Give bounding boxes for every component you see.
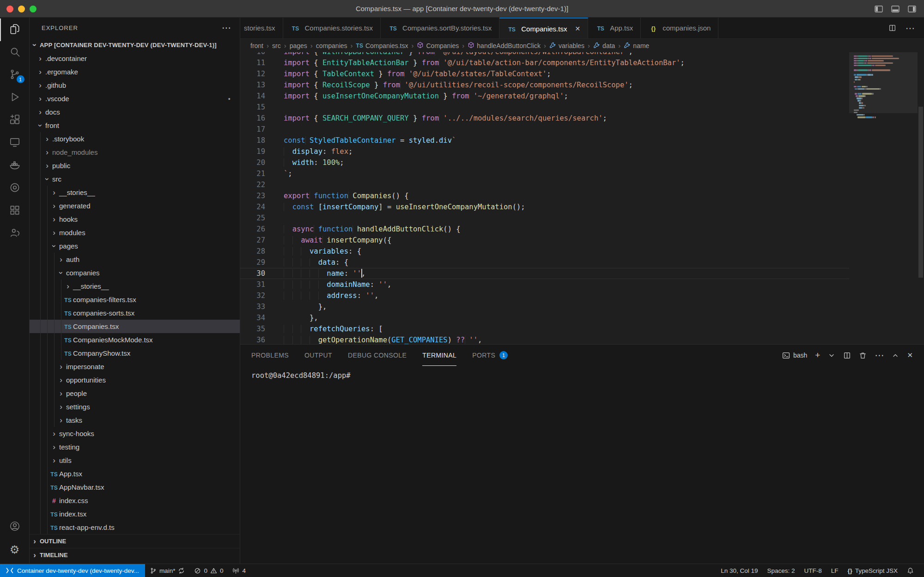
- tree-item-index-css[interactable]: #index.css: [30, 494, 240, 507]
- tree-item-public[interactable]: ›public: [30, 159, 240, 172]
- tree-item-stories[interactable]: ›__stories__: [30, 186, 240, 199]
- panel-tab-debug-console[interactable]: DEBUG CONSOLE: [348, 345, 407, 366]
- close-window-button[interactable]: [6, 6, 13, 12]
- editor-tab-companies-sortby-stories-tsx[interactable]: TSCompanies.sortBy.stories.tsx: [381, 18, 499, 38]
- ports-status[interactable]: 4: [228, 564, 250, 577]
- code-line-24[interactable]: 24 const [insertCompany] = useInsertOneC…: [240, 201, 849, 213]
- tree-item-node-modules[interactable]: ›node_modules: [30, 146, 240, 159]
- tree-item-companies-tsx[interactable]: TSCompanies.tsx: [30, 320, 240, 333]
- toggle-panel-button[interactable]: [891, 4, 900, 13]
- code-line-33[interactable]: 33 },: [240, 301, 849, 312]
- tree-item-tasks[interactable]: ›tasks: [30, 413, 240, 427]
- tree-item-storybook[interactable]: ›.storybook: [30, 132, 240, 146]
- breadcrumb-pages[interactable]: pages: [290, 42, 307, 49]
- close-panel-button[interactable]: ✕: [907, 351, 913, 359]
- panel-tab-ports[interactable]: PORTS1: [472, 345, 508, 366]
- tree-item-testing[interactable]: ›testing: [30, 440, 240, 454]
- minimize-window-button[interactable]: [18, 6, 25, 12]
- code-line-12[interactable]: 12import { TableContext } from '@/ui/tab…: [240, 68, 849, 79]
- tree-item-hooks[interactable]: ›hooks: [30, 213, 240, 226]
- encoding-status[interactable]: UTF-8: [800, 567, 827, 574]
- editor-tab-companies-stories-tsx[interactable]: TSCompanies.stories.tsx: [283, 18, 381, 38]
- code-line-29[interactable]: 29 data: {: [240, 257, 849, 268]
- code-line-10[interactable]: 10import { WithTopBarContainer } from '@…: [240, 52, 849, 57]
- breadcrumb-name[interactable]: name: [624, 42, 649, 50]
- activity-remote-explorer-button[interactable]: [0, 132, 30, 154]
- language-mode-status[interactable]: {} TypeScript JSX: [843, 567, 902, 574]
- code-line-32[interactable]: 32 address: '',: [240, 290, 849, 301]
- tree-item-companies-sorts-tsx[interactable]: TScompanies-sorts.tsx: [30, 306, 240, 320]
- activity-accounts-button[interactable]: [0, 516, 30, 538]
- eol-status[interactable]: LF: [827, 567, 843, 574]
- tree-item-companyshow-tsx[interactable]: TSCompanyShow.tsx: [30, 346, 240, 360]
- tree-item-people[interactable]: ›people: [30, 387, 240, 400]
- code-editor[interactable]: 10import { WithTopBarContainer } from '@…: [240, 52, 849, 344]
- editor-tab-companies-tsx[interactable]: TSCompanies.tsx✕: [499, 18, 588, 39]
- tree-item-index-tsx[interactable]: TSindex.tsx: [30, 507, 240, 521]
- activity-run-and-debug-button[interactable]: [0, 86, 30, 109]
- shell-selector[interactable]: bash: [782, 352, 807, 359]
- tree-item-modules[interactable]: ›modules: [30, 226, 240, 239]
- tree-item-companies[interactable]: ›companies: [30, 266, 240, 279]
- panel-tab-problems[interactable]: PROBLEMS: [251, 345, 289, 366]
- editor-tab-stories-tsx[interactable]: stories.tsx: [240, 18, 283, 38]
- cursor-position-status[interactable]: Ln 30, Col 19: [716, 567, 762, 574]
- editor-scrollbar[interactable]: [918, 52, 924, 344]
- kill-terminal-button[interactable]: [859, 352, 867, 359]
- activity-live-share-button[interactable]: [0, 222, 30, 245]
- activity-explorer-button[interactable]: [0, 18, 30, 41]
- tree-item-ergomake[interactable]: ›.ergomake: [30, 65, 240, 79]
- code-line-14[interactable]: 14import { useInsertOneCompanyMutation }…: [240, 91, 849, 102]
- remote-indicator[interactable]: Container dev-twenty-dev (dev-twenty-dev…: [0, 564, 145, 577]
- code-line-18[interactable]: 18const StyledTableContainer = styled.di…: [240, 135, 849, 146]
- tree-item-devcontainer[interactable]: ›.devcontainer: [30, 52, 240, 65]
- code-line-17[interactable]: 17: [240, 124, 849, 135]
- tree-item-stories[interactable]: ›__stories__: [30, 279, 240, 293]
- code-line-25[interactable]: 25: [240, 213, 849, 224]
- code-line-34[interactable]: 34 },: [240, 312, 849, 323]
- sidebar-section-timeline[interactable]: ›TIMELINE: [30, 548, 240, 562]
- scrollbar-thumb[interactable]: [918, 107, 923, 278]
- breadcrumb-front[interactable]: front: [250, 42, 263, 49]
- breadcrumb-handleaddbuttonclick[interactable]: handleAddButtonClick: [468, 42, 541, 50]
- code-line-16[interactable]: 16import { SEARCH_COMPANY_QUERY } from '…: [240, 113, 849, 124]
- code-line-26[interactable]: 26 async function handleAddButtonClick()…: [240, 224, 849, 235]
- code-line-28[interactable]: 28 variables: {: [240, 246, 849, 257]
- tree-item-pages[interactable]: ›pages: [30, 239, 240, 253]
- code-line-20[interactable]: 20 width: 100%;: [240, 157, 849, 168]
- code-line-22[interactable]: 22: [240, 179, 849, 190]
- tree-item-auth[interactable]: ›auth: [30, 253, 240, 266]
- minimap[interactable]: [849, 52, 918, 344]
- tree-item-sync-hooks[interactable]: ›sync-hooks: [30, 427, 240, 440]
- tree-item-opportunities[interactable]: ›opportunities: [30, 373, 240, 387]
- split-terminal-button[interactable]: [843, 352, 851, 359]
- maximize-panel-button[interactable]: [892, 352, 899, 359]
- activity-manage-button[interactable]: ⚙: [0, 538, 30, 561]
- tree-item-settings[interactable]: ›settings: [30, 400, 240, 413]
- panel-tab-terminal[interactable]: TERMINAL: [422, 345, 456, 366]
- terminal[interactable]: root@0a42ecd84891:/app#: [240, 366, 924, 564]
- tree-item-src[interactable]: ›src: [30, 172, 240, 186]
- tree-item-appnavbar-tsx[interactable]: TSAppNavbar.tsx: [30, 480, 240, 494]
- tree-item-vscode[interactable]: ›.vscode●: [30, 92, 240, 105]
- code-line-19[interactable]: 19 display: flex;: [240, 146, 849, 157]
- tree-item-companies-filters-tsx[interactable]: TScompanies-filters.tsx: [30, 293, 240, 306]
- indentation-status[interactable]: Spaces: 2: [763, 567, 800, 574]
- code-line-27[interactable]: 27 await insertCompany({: [240, 235, 849, 246]
- sidebar-section-outline[interactable]: ›OUTLINE: [30, 534, 240, 548]
- launch-profile-button[interactable]: [828, 352, 835, 359]
- tree-item-react-app-env-d-ts[interactable]: TSreact-app-env.d.ts: [30, 521, 240, 534]
- tree-item-impersonate[interactable]: ›impersonate: [30, 360, 240, 373]
- breadcrumb-companies[interactable]: companies: [316, 42, 347, 49]
- code-line-31[interactable]: 31 domainName: '',: [240, 279, 849, 290]
- activity-kubernetes-button[interactable]: [0, 200, 30, 222]
- more-editor-actions-button[interactable]: ⋯: [906, 26, 915, 30]
- close-icon[interactable]: ✕: [575, 25, 580, 32]
- toggle-secondary-sidebar-button[interactable]: [907, 4, 917, 13]
- breadcrumb-companies[interactable]: Companies: [417, 42, 459, 50]
- breadcrumb-companies-tsx[interactable]: TSCompanies.tsx: [356, 42, 408, 49]
- panel-tab-output[interactable]: OUTPUT: [304, 345, 332, 366]
- activity-docker-button[interactable]: [0, 154, 30, 177]
- tree-item-front[interactable]: ›front: [30, 119, 240, 132]
- problems-status[interactable]: 0 0: [189, 564, 228, 577]
